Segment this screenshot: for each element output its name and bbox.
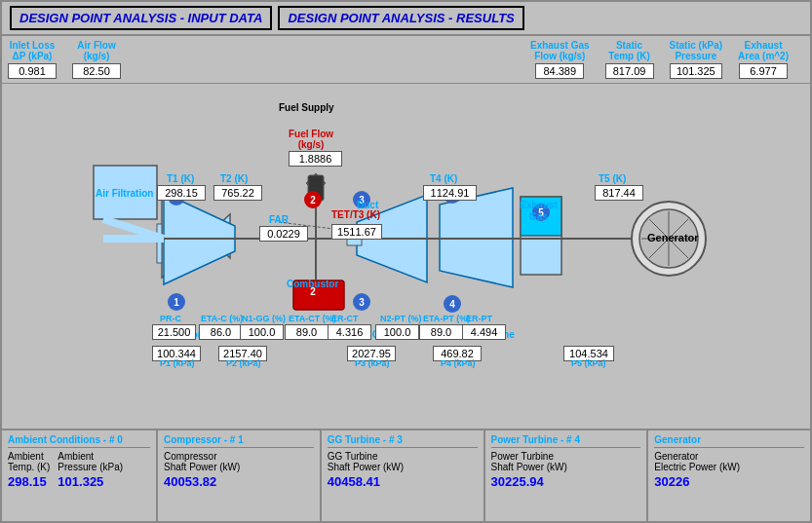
ambient-temp-item: AmbientTemp. (K) 298.15 <box>8 451 50 489</box>
compressor-shaft-label: CompressorShaft Power (kW) <box>164 451 314 472</box>
top-info-bar: Inlet Loss ΔP (kPa) 0.981 Air Flow (kg/s… <box>2 36 810 84</box>
N1-GG-value[interactable]: 100.0 <box>240 324 284 340</box>
ambient-conditions-group: Ambient Conditions - # 0 AmbientTemp. (K… <box>2 430 158 521</box>
generator-label: Generator <box>647 232 699 243</box>
ER-PT-value[interactable]: 4.494 <box>462 324 506 340</box>
T4-label: T4 (K) <box>430 173 457 184</box>
P5-label: P5 (kPa) <box>571 358 606 368</box>
main-container: DESIGN POINT ANALYSIS - INPUT DATA DESIG… <box>0 0 812 523</box>
exhaust-area-value[interactable]: 6.977 <box>739 63 788 79</box>
FAR-label: FAR <box>269 214 289 225</box>
PR-C-label: PR-C <box>160 314 181 323</box>
T4-value[interactable]: 1124.91 <box>423 185 477 201</box>
gg-turbine-shaft-value[interactable]: 40458.41 <box>328 474 478 489</box>
exhaust-gas-flow-value[interactable]: 84.389 <box>535 63 584 79</box>
static-pressure-group: Static (kPa) Pressure 101.325 <box>670 40 722 79</box>
static-temp-group: Static Temp (K) 817.09 <box>605 40 654 79</box>
svg-text:1: 1 <box>174 297 179 308</box>
compressor-title: Compressor - # 1 <box>164 434 314 448</box>
static-pressure-value[interactable]: 101.325 <box>670 63 722 79</box>
exhaust-gas-label: ExhaustGas <box>520 200 558 223</box>
ETA-CT-value[interactable]: 89.0 <box>285 324 329 340</box>
P3-label: P3 (kPa) <box>355 358 390 368</box>
TET-value[interactable]: 1511.67 <box>331 224 382 240</box>
P1-label: P1 (kPa) <box>160 358 195 368</box>
fuel-flow-label: Fuel Flow (kg/s) <box>289 129 333 150</box>
T2-label: T2 (K) <box>220 173 248 184</box>
svg-text:4: 4 <box>449 299 455 310</box>
ETA-C-value[interactable]: 86.0 <box>199 324 243 340</box>
ER-CT-value[interactable]: 4.316 <box>328 324 371 340</box>
fuel-supply-label: Fuel Supply <box>279 102 334 113</box>
compressor-shaft-value[interactable]: 40053.82 <box>164 474 314 489</box>
air-flow-label: Air Flow (kg/s) <box>77 40 115 61</box>
static-temp-value[interactable]: 817.09 <box>605 63 654 79</box>
FAR-value[interactable]: 0.0229 <box>259 226 308 242</box>
T2-value[interactable]: 765.22 <box>213 185 262 201</box>
exhaust-gas-flow-group: Exhaust Gas Flow (kg/s) 84.389 <box>530 40 590 79</box>
PR-C-value[interactable]: 21.500 <box>152 324 196 340</box>
air-flow-group: Air Flow (kg/s) 82.50 <box>72 40 121 79</box>
power-turbine-group: Power Turbine - # 4 Power TurbineShaft P… <box>485 430 649 521</box>
N2-PT-value[interactable]: 100.0 <box>375 324 419 340</box>
ETA-PT-value[interactable]: 89.0 <box>419 324 463 340</box>
air-filtration-label: Air Filtration <box>96 188 153 199</box>
ambient-pressure-label: AmbientPressure (kPa) <box>58 451 123 472</box>
fuel-flow-value[interactable]: 1.8886 <box>289 151 342 167</box>
ambient-conditions-row: AmbientTemp. (K) 298.15 AmbientPressure … <box>8 451 150 489</box>
compressor-group: Compressor - # 1 CompressorShaft Power (… <box>158 430 322 521</box>
exhaust-area-label: Exhaust Area (m^2) <box>738 40 789 61</box>
ETA-PT-label: ETA-PT (%) <box>423 314 470 323</box>
inlet-loss-label: Inlet Loss ΔP (kPa) <box>10 40 56 61</box>
T1-value[interactable]: 298.15 <box>157 185 206 201</box>
ETA-C-label: ETA-C (%) <box>201 314 243 323</box>
header: DESIGN POINT ANALYSIS - INPUT DATA DESIG… <box>2 2 810 36</box>
inlet-loss-value[interactable]: 0.981 <box>8 63 57 79</box>
T5-label: T5 (K) <box>599 173 626 184</box>
gg-turbine-shaft-label: GG TurbineShaft Power (kW) <box>328 451 478 472</box>
power-turbine-shaft-value[interactable]: 30225.94 <box>491 474 641 489</box>
power-turbine-title: Power Turbine - # 4 <box>491 434 641 448</box>
T5-value[interactable]: 817.44 <box>595 185 643 201</box>
generator-title: Generator <box>654 434 804 448</box>
exhaust-area-group: Exhaust Area (m^2) 6.977 <box>738 40 789 79</box>
engine-svg: 1 2 3 4 5 1 2 3 <box>6 88 812 399</box>
ambient-temp-value[interactable]: 298.15 <box>8 474 50 489</box>
combustor-label: Combustor <box>287 279 338 289</box>
static-pressure-label: Static (kPa) Pressure <box>670 40 722 61</box>
generator-electric-value[interactable]: 30226 <box>654 474 804 489</box>
air-flow-value[interactable]: 82.50 <box>72 63 121 79</box>
N2-PT-label: N2-PT (%) <box>380 314 422 323</box>
diagram: 1 2 3 4 5 1 2 3 <box>6 88 806 399</box>
ER-PT-label: ER-PT <box>466 314 492 323</box>
ambient-pressure-item: AmbientPressure (kPa) 101.325 <box>58 451 123 489</box>
ETA-CT-label: ETA-CT (%) <box>289 314 336 323</box>
ambient-conditions-title: Ambient Conditions - # 0 <box>8 434 150 448</box>
T1-label: T1 (K) <box>167 173 194 184</box>
ambient-pressure-value[interactable]: 101.325 <box>58 474 123 489</box>
generator-electric-label: GeneratorElectric Power (kW) <box>654 451 804 472</box>
exhaust-gas-flow-label: Exhaust Gas Flow (kg/s) <box>530 40 590 61</box>
gg-turbine-title: GG Turbine - # 3 <box>328 434 478 448</box>
input-tab[interactable]: DESIGN POINT ANALYSIS - INPUT DATA <box>10 6 272 30</box>
generator-group: Generator GeneratorElectric Power (kW) 3… <box>648 430 810 521</box>
P2-label: P2 (kPa) <box>226 358 261 368</box>
duct-label: Duct <box>357 200 378 210</box>
svg-text:2: 2 <box>310 195 316 205</box>
ambient-temp-label: AmbientTemp. (K) <box>8 451 50 472</box>
gg-turbine-group: GG Turbine - # 3 GG TurbineShaft Power (… <box>322 430 485 521</box>
static-temp-label: Static Temp (K) <box>608 40 650 61</box>
P4-label: P4 (kPa) <box>441 358 476 368</box>
N1-GG-label: N1-GG (%) <box>242 314 286 323</box>
ER-CT-label: ER-CT <box>331 314 359 323</box>
results-tab[interactable]: DESIGN POINT ANALYSIS - RESULTS <box>278 6 523 30</box>
bottom-panel: Ambient Conditions - # 0 AmbientTemp. (K… <box>2 429 810 521</box>
svg-text:3: 3 <box>359 297 365 308</box>
power-turbine-shaft-label: Power TurbineShaft Power (kW) <box>491 451 641 472</box>
inlet-loss-group: Inlet Loss ΔP (kPa) 0.981 <box>8 40 57 79</box>
TET-label: TET/T3 (K) <box>331 209 380 220</box>
svg-rect-2 <box>157 224 162 263</box>
engine-diagram-area: 1 2 3 4 5 1 2 3 <box>2 84 810 429</box>
